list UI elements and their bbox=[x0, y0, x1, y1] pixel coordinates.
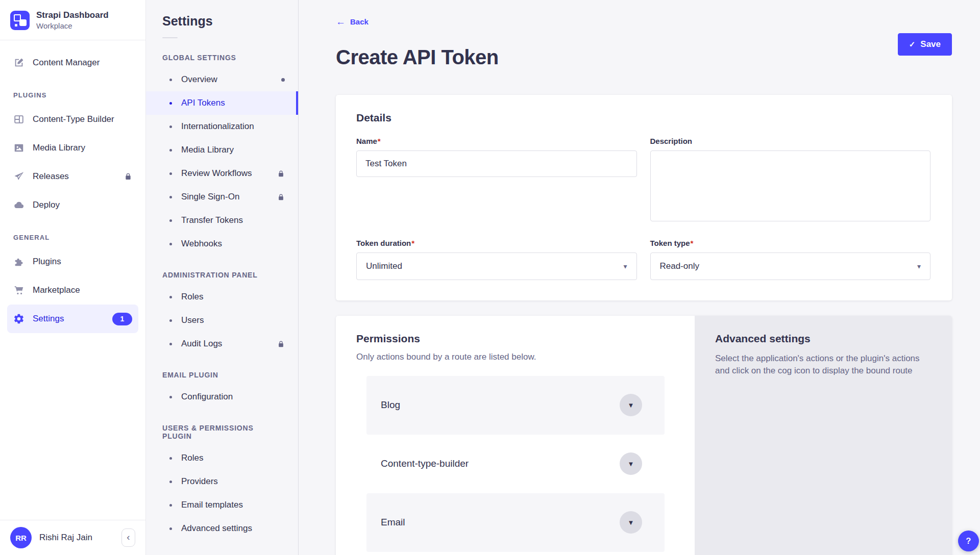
subnav-item-audit-logs[interactable]: Audit Logs bbox=[146, 332, 298, 356]
bullet-icon bbox=[169, 172, 172, 175]
sidebar-item-media-library[interactable]: Media Library bbox=[7, 134, 138, 162]
user-area: RR Rishi Raj Jain ‹ bbox=[0, 520, 145, 555]
subnav-item-label: Review Workflows bbox=[181, 168, 252, 179]
user-name: Rishi Raj Jain bbox=[39, 533, 92, 543]
caret-down-icon: ▾ bbox=[623, 262, 627, 270]
subnav-item-label: Overview bbox=[181, 74, 217, 85]
subnav-item-label: Email templates bbox=[181, 500, 243, 510]
required-mark: * bbox=[411, 239, 414, 247]
description-textarea[interactable] bbox=[650, 150, 931, 221]
sidebar-section-plugins: PLUGINS bbox=[7, 77, 138, 105]
bullet-icon bbox=[169, 396, 172, 398]
subnav-item-overview[interactable]: Overview bbox=[146, 68, 298, 91]
accordion-toggle-button[interactable]: ▼ bbox=[620, 511, 642, 534]
subnav-item-email-templates[interactable]: Email templates bbox=[146, 493, 298, 517]
subnav-item-roles[interactable]: Roles bbox=[146, 285, 298, 309]
sidebar-item-label: Content-Type Builder bbox=[33, 114, 114, 124]
subnav-item-media-library[interactable]: Media Library bbox=[146, 138, 298, 162]
accordion-toggle-button[interactable]: ▼ bbox=[620, 452, 642, 475]
lock-icon bbox=[277, 193, 285, 201]
workspace-brand[interactable]: Strapi Dashboard Workplace bbox=[0, 0, 145, 40]
subnav-section-users-permissions-plugin: USERS & PERMISSIONS PLUGIN bbox=[146, 409, 298, 446]
subnav-item-review-workflows[interactable]: Review Workflows bbox=[146, 162, 298, 185]
caret-down-icon: ▼ bbox=[628, 461, 634, 467]
sidebar-item-content-manager[interactable]: Content Manager bbox=[7, 48, 138, 77]
sidebar-item-marketplace[interactable]: Marketplace bbox=[7, 276, 138, 305]
question-mark-icon: ? bbox=[966, 536, 971, 546]
required-mark: * bbox=[691, 239, 694, 247]
subnav-list: GLOBAL SETTINGSOverviewAPI TokensInterna… bbox=[146, 38, 298, 540]
accordion-label: Blog bbox=[381, 399, 400, 411]
subnav-item-internationalization[interactable]: Internationalization bbox=[146, 115, 298, 138]
save-button[interactable]: ✓ Save bbox=[898, 33, 952, 56]
bullet-icon bbox=[169, 527, 172, 530]
subnav-item-label: Transfer Tokens bbox=[181, 215, 243, 225]
chevron-left-icon: ‹ bbox=[127, 532, 130, 543]
bullet-icon bbox=[169, 343, 172, 345]
gear-icon bbox=[13, 313, 24, 324]
bullet-icon bbox=[169, 196, 172, 198]
save-label: Save bbox=[920, 39, 941, 49]
sidebar-item-deploy[interactable]: Deploy bbox=[7, 191, 138, 219]
subnav-item-single-sign-on[interactable]: Single Sign-On bbox=[146, 185, 298, 209]
back-label: Back bbox=[350, 17, 369, 26]
name-field: Name* bbox=[356, 137, 637, 223]
sidebar-item-plugins[interactable]: Plugins bbox=[7, 247, 138, 276]
token-duration-label: Token duration* bbox=[356, 239, 637, 247]
help-button[interactable]: ? bbox=[958, 531, 979, 551]
bullet-icon bbox=[169, 219, 172, 222]
subnav-item-providers[interactable]: Providers bbox=[146, 470, 298, 493]
lock-icon bbox=[124, 172, 132, 181]
subnav-item-advanced-settings[interactable]: Advanced settings bbox=[146, 517, 298, 540]
bullet-icon bbox=[169, 481, 172, 483]
subnav-item-webhooks[interactable]: Webhooks bbox=[146, 232, 298, 256]
permission-accordion-upload[interactable]: Upload▼ bbox=[366, 552, 665, 555]
advanced-settings-panel: Advanced settings Select the application… bbox=[695, 316, 952, 555]
back-link[interactable]: ← Back bbox=[336, 17, 369, 27]
sidebar-item-label: Media Library bbox=[33, 143, 85, 153]
token-type-select[interactable]: Read-only ▾ bbox=[650, 253, 931, 280]
description-field: Description bbox=[650, 137, 931, 223]
advanced-settings-title: Advanced settings bbox=[715, 333, 932, 345]
arrow-left-icon: ← bbox=[336, 17, 346, 27]
subnav-item-configuration[interactable]: Configuration bbox=[146, 385, 298, 409]
subnav-item-label: API Tokens bbox=[181, 98, 225, 108]
subnav-item-users[interactable]: Users bbox=[146, 309, 298, 332]
subnav-item-api-tokens[interactable]: API Tokens bbox=[146, 91, 298, 115]
token-type-label: Token type* bbox=[650, 239, 931, 247]
subnav-item-transfer-tokens[interactable]: Transfer Tokens bbox=[146, 209, 298, 232]
subnav-item-roles[interactable]: Roles bbox=[146, 446, 298, 470]
subnav-section-email-plugin: EMAIL PLUGIN bbox=[146, 356, 298, 385]
notification-badge: 1 bbox=[112, 313, 132, 325]
sidebar-nav: Content ManagerPLUGINSContent-Type Build… bbox=[0, 40, 145, 520]
lock-icon bbox=[277, 170, 285, 178]
subnav-title: Settings bbox=[146, 14, 298, 29]
subnav-item-label: Webhooks bbox=[181, 239, 222, 249]
collapse-sidebar-button[interactable]: ‹ bbox=[121, 528, 135, 547]
workspace-title: Strapi Dashboard bbox=[36, 10, 109, 20]
cart-icon bbox=[13, 285, 24, 296]
permissions-title: Permissions bbox=[356, 333, 674, 345]
bullet-icon bbox=[169, 243, 172, 245]
sidebar-item-releases[interactable]: Releases bbox=[7, 162, 138, 191]
notification-dot-icon bbox=[281, 78, 285, 82]
settings-subnav: Settings GLOBAL SETTINGSOverviewAPI Toke… bbox=[146, 0, 299, 555]
token-duration-select[interactable]: Unlimited ▾ bbox=[356, 253, 637, 280]
name-input[interactable] bbox=[356, 150, 637, 177]
main-content: ← Back Create API Token ✓ Save Details N… bbox=[299, 0, 980, 555]
subnav-item-label: Configuration bbox=[181, 392, 233, 402]
sidebar-item-content-type-builder[interactable]: Content-Type Builder bbox=[7, 105, 138, 134]
permission-accordion-email[interactable]: Email▼ bbox=[366, 493, 665, 552]
name-label: Name* bbox=[356, 137, 637, 145]
subnav-item-label: Roles bbox=[181, 292, 203, 302]
sidebar-item-label: Releases bbox=[33, 171, 69, 182]
cloud-icon bbox=[13, 199, 24, 211]
avatar[interactable]: RR bbox=[10, 527, 32, 548]
permission-accordion-blog[interactable]: Blog▼ bbox=[366, 376, 665, 435]
accordion-toggle-button[interactable]: ▼ bbox=[620, 394, 642, 416]
bullet-icon bbox=[169, 125, 172, 128]
sidebar-item-settings[interactable]: Settings1 bbox=[7, 305, 138, 333]
permission-accordion-content-type-builder[interactable]: Content-type-builder▼ bbox=[366, 435, 665, 493]
lock-icon bbox=[277, 340, 285, 348]
caret-down-icon: ▼ bbox=[628, 519, 634, 526]
